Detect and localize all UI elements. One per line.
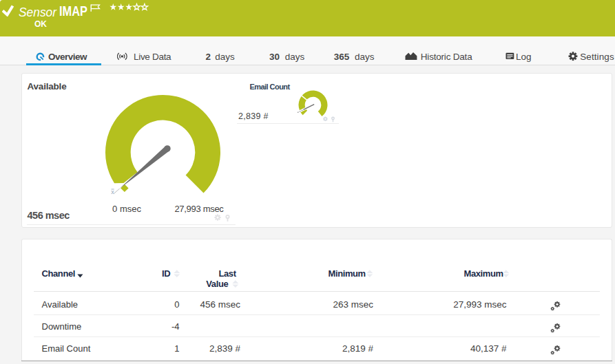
svg-text:x: x [111,189,114,195]
